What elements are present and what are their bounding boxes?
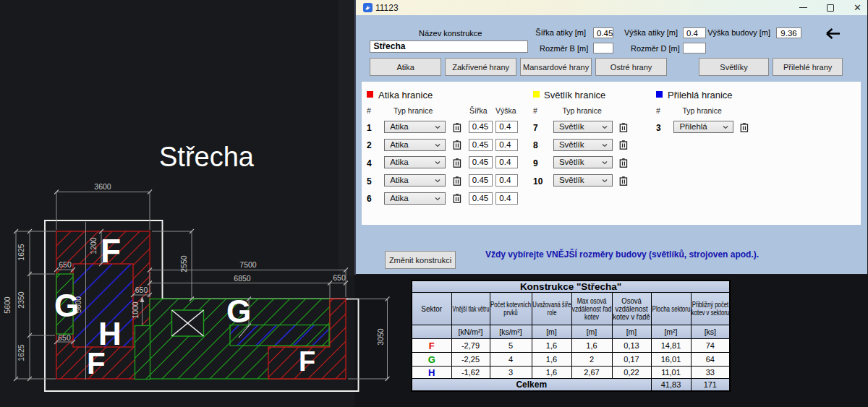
svg-text:G: G: [226, 294, 251, 329]
svg-text:1200: 1200: [89, 237, 98, 254]
svg-text:Střecha: Střecha: [159, 142, 255, 172]
svg-text:F: F: [299, 346, 315, 377]
svg-text:1625: 1625: [17, 344, 25, 361]
svg-text:F: F: [87, 346, 106, 380]
svg-text:5600: 5600: [3, 296, 12, 314]
svg-text:F: F: [101, 232, 121, 270]
svg-text:650: 650: [135, 286, 148, 294]
svg-text:6850: 6850: [234, 274, 251, 283]
svg-text:650: 650: [59, 260, 72, 269]
svg-text:650: 650: [58, 333, 71, 342]
svg-text:3600: 3600: [94, 182, 111, 191]
svg-text:1625: 1625: [17, 244, 25, 261]
svg-text:3050: 3050: [376, 328, 385, 346]
svg-text:650: 650: [333, 273, 346, 282]
svg-text:1000: 1000: [131, 301, 140, 319]
svg-text:7500: 7500: [239, 260, 257, 269]
svg-text:2550: 2550: [179, 255, 188, 273]
svg-text:G: G: [54, 288, 79, 323]
svg-text:2350: 2350: [17, 291, 25, 309]
